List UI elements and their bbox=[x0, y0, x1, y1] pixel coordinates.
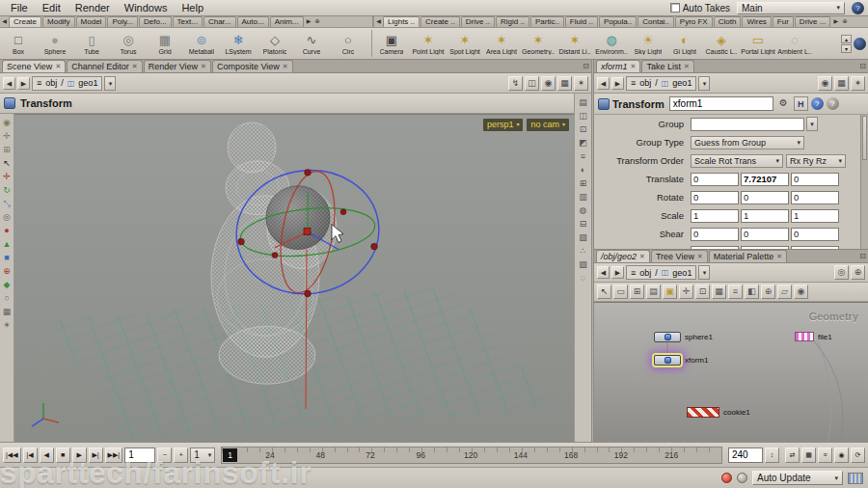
prims-mode-icon[interactable]: ▲ bbox=[1, 238, 13, 250]
back-icon[interactable]: ◀ bbox=[597, 266, 610, 279]
node-cookie1[interactable]: cookie1 bbox=[687, 407, 750, 418]
viewport-3d[interactable]: persp1▾ no cam▾ bbox=[14, 114, 574, 442]
rotate-y-field[interactable] bbox=[741, 191, 789, 204]
translate-tool-icon[interactable]: ✛ bbox=[1, 171, 13, 182]
tab-render-view[interactable]: Render View✕ bbox=[144, 60, 211, 72]
camera-menu-badge[interactable]: persp1▾ bbox=[483, 119, 524, 131]
path-node[interactable]: geo1 bbox=[672, 268, 692, 278]
group-list-icon[interactable]: ▥ bbox=[578, 191, 589, 203]
shear-x-field[interactable] bbox=[691, 228, 739, 241]
back-icon[interactable]: ◀ bbox=[597, 77, 610, 90]
pin-icon[interactable]: ◉ bbox=[818, 76, 832, 91]
path-breadcrumb[interactable]: ≡ obj / ◫ geo1 bbox=[32, 76, 102, 91]
node-name-field[interactable] bbox=[669, 96, 773, 111]
help-icon[interactable]: ? bbox=[827, 97, 839, 110]
net-frame-icon[interactable]: ⊡ bbox=[695, 285, 710, 299]
tool-sphere[interactable]: ●Sphere bbox=[37, 28, 73, 59]
shear-z-field[interactable] bbox=[791, 228, 839, 241]
param-scrollbar[interactable] bbox=[860, 115, 868, 249]
pane-split-icon[interactable]: ⊡ bbox=[859, 250, 866, 262]
shelf-tab-modify[interactable]: Modify bbox=[42, 16, 75, 27]
sphere-node-icon[interactable] bbox=[654, 332, 681, 342]
template-display-icon[interactable]: ▧ bbox=[578, 231, 589, 243]
tab-xform1[interactable]: xform1✕ bbox=[596, 60, 640, 72]
tool-lsystem[interactable]: ❄LSystem bbox=[220, 28, 257, 59]
pane-split-icon[interactable]: ⊡ bbox=[583, 60, 589, 72]
scrollbar-thumb[interactable] bbox=[862, 116, 867, 160]
hscript-icon[interactable]: H bbox=[794, 96, 808, 111]
tool-spot-light[interactable]: ✶Spot Light bbox=[447, 28, 483, 59]
shelf-tab-fur[interactable]: Fur bbox=[773, 16, 794, 27]
tab-scene-view[interactable]: Scene View✕ bbox=[2, 60, 66, 72]
shear-y-field[interactable] bbox=[741, 228, 789, 241]
shelf-tab-poly[interactable]: Poly... bbox=[107, 16, 138, 27]
rotate-tool-icon[interactable]: ↻ bbox=[1, 184, 13, 196]
close-icon[interactable]: ✕ bbox=[684, 63, 690, 70]
tool-camera[interactable]: ▣Camera bbox=[373, 28, 410, 59]
tool-metaball[interactable]: ⊚Metaball bbox=[183, 28, 220, 59]
favorites-icon[interactable]: ✶ bbox=[851, 76, 865, 91]
node-xform1[interactable]: xform1 bbox=[654, 355, 708, 366]
path-node[interactable]: geo1 bbox=[672, 78, 692, 88]
realtime-toggle-icon[interactable]: ▦ bbox=[801, 447, 816, 463]
scale-tool-icon[interactable]: ⤡ bbox=[1, 198, 13, 209]
take-selector[interactable]: Main ▾ bbox=[737, 2, 845, 14]
shelf-tab-create2[interactable]: Create .. bbox=[420, 16, 460, 27]
go-start-button[interactable]: |◀◀ bbox=[3, 447, 21, 463]
play-button[interactable]: ▶ bbox=[72, 447, 87, 463]
help-orb-icon[interactable]: ? bbox=[852, 2, 864, 14]
filter-icon[interactable]: ▦ bbox=[834, 76, 849, 91]
objects-icon[interactable]: ◫ bbox=[525, 76, 539, 91]
net-layout-icon[interactable]: ◧ bbox=[745, 285, 759, 299]
points-mode-icon[interactable]: ● bbox=[1, 225, 13, 236]
play-reverse-button[interactable]: ◀ bbox=[40, 447, 54, 463]
scale-x-field[interactable] bbox=[691, 209, 739, 223]
info-icon[interactable]: ? bbox=[811, 97, 824, 110]
grid-display-icon[interactable]: ⊞ bbox=[578, 177, 589, 189]
tab-composite-view[interactable]: Composite View✕ bbox=[212, 60, 293, 72]
rotate-order-select[interactable]: Rx Ry Rz▾ bbox=[786, 154, 846, 168]
tool-curve[interactable]: ∿Curve bbox=[293, 28, 330, 59]
playbar-menu-icon[interactable]: ≡ bbox=[818, 447, 832, 463]
net-expose-icon[interactable]: ⊕ bbox=[761, 285, 775, 299]
path-root[interactable]: obj bbox=[639, 268, 651, 278]
translate-y-field[interactable] bbox=[741, 173, 789, 186]
shelf-tab-fluid[interactable]: Fluid .. bbox=[565, 16, 598, 27]
vertex-mode-icon[interactable]: ⊕ bbox=[1, 265, 13, 277]
snap-mode-icon[interactable]: ▦ bbox=[1, 306, 13, 317]
tool-distant-light[interactable]: ✶Distant Li.. bbox=[556, 28, 593, 59]
tab-take-list[interactable]: Take List✕ bbox=[641, 60, 693, 72]
net-add-icon[interactable]: ⊞ bbox=[630, 285, 644, 299]
shelf-add-icon[interactable]: ⊕ bbox=[313, 16, 322, 27]
shelf-tab-create[interactable]: Create bbox=[9, 16, 41, 27]
tool-sky-light[interactable]: ☀Sky Light bbox=[630, 28, 666, 59]
maximize-view-icon[interactable]: ⊡ bbox=[578, 123, 589, 135]
shelf-tab-wires[interactable]: Wires bbox=[742, 16, 771, 27]
net-list-icon[interactable]: ▤ bbox=[646, 285, 661, 299]
tool-caustic-light[interactable]: ◈Caustic L.. bbox=[703, 28, 740, 59]
tab-channel-editor[interactable]: Channel Editor✕ bbox=[67, 60, 142, 72]
object-mode-icon[interactable]: ○ bbox=[1, 292, 13, 304]
close-icon[interactable]: ✕ bbox=[55, 63, 61, 70]
handles-tool-icon[interactable]: ◎ bbox=[1, 211, 13, 223]
tool-environment-light[interactable]: ◍Environm.. bbox=[593, 28, 630, 59]
shelf-tab-containers[interactable]: Contai.. bbox=[637, 16, 674, 27]
lighting-toggle-icon[interactable]: ◐ bbox=[578, 164, 589, 176]
close-icon[interactable]: ✕ bbox=[631, 63, 637, 70]
shelf-tab-character[interactable]: Char... bbox=[203, 16, 236, 27]
tool-torus[interactable]: ◎Torus bbox=[110, 28, 147, 59]
net-shape-icon[interactable]: ▱ bbox=[777, 285, 792, 299]
net-menu-icon[interactable]: ≡ bbox=[728, 285, 743, 299]
camera-view-icon[interactable]: ◉ bbox=[541, 76, 556, 91]
prev-keyframe-button[interactable]: |◀ bbox=[23, 447, 38, 463]
shelf-tab-anim[interactable]: Anim... bbox=[270, 16, 304, 27]
menu-file[interactable]: File bbox=[4, 2, 35, 14]
timeline[interactable]: 1 24 48 72 96 120 144 168 192 216 bbox=[221, 447, 722, 464]
group-mode-icon[interactable]: ◆ bbox=[1, 279, 13, 290]
layout-single-icon[interactable]: ▤ bbox=[578, 96, 589, 108]
shelf-scroll-right-icon[interactable]: ▶ bbox=[305, 16, 313, 27]
audio-toggle-icon[interactable]: ◉ bbox=[834, 447, 849, 463]
shelf-tab-rigid[interactable]: Rigid .. bbox=[496, 16, 529, 27]
material-display-icon[interactable]: ◍ bbox=[578, 204, 589, 216]
menu-edit[interactable]: Edit bbox=[36, 2, 68, 14]
